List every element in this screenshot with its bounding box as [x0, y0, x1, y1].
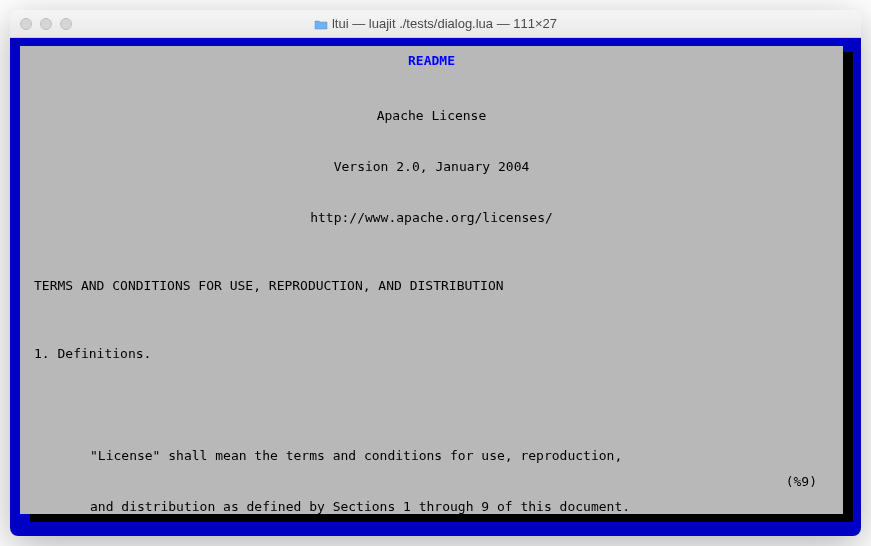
- license-version: Version 2.0, January 2004: [34, 158, 829, 175]
- window-title: ltui — luajit ./tests/dialog.lua — 111×2…: [10, 16, 861, 31]
- para-line: "License" shall mean the terms and condi…: [34, 447, 829, 464]
- para-line: and distribution as defined by Sections …: [34, 498, 829, 515]
- close-icon[interactable]: [20, 18, 32, 30]
- license-url: http://www.apache.org/licenses/: [34, 209, 829, 226]
- titlebar[interactable]: ltui — luajit ./tests/dialog.lua — 111×2…: [10, 10, 861, 38]
- readme-dialog: README Apache License Version 2.0, Janua…: [20, 46, 843, 514]
- scroll-percent: (%9): [786, 473, 817, 490]
- terminal-area: README Apache License Version 2.0, Janua…: [10, 38, 861, 536]
- dialog-title: README: [34, 52, 829, 69]
- macos-window: ltui — luajit ./tests/dialog.lua — 111×2…: [10, 10, 861, 536]
- terms-heading: TERMS AND CONDITIONS FOR USE, REPRODUCTI…: [34, 277, 829, 294]
- folder-icon: [314, 18, 328, 29]
- window-title-text: ltui — luajit ./tests/dialog.lua — 111×2…: [332, 16, 557, 31]
- minimize-icon[interactable]: [40, 18, 52, 30]
- traffic-lights: [20, 18, 72, 30]
- dialog-content[interactable]: Apache License Version 2.0, January 2004…: [34, 73, 829, 536]
- section-title: 1. Definitions.: [34, 345, 829, 362]
- license-name: Apache License: [34, 107, 829, 124]
- zoom-icon[interactable]: [60, 18, 72, 30]
